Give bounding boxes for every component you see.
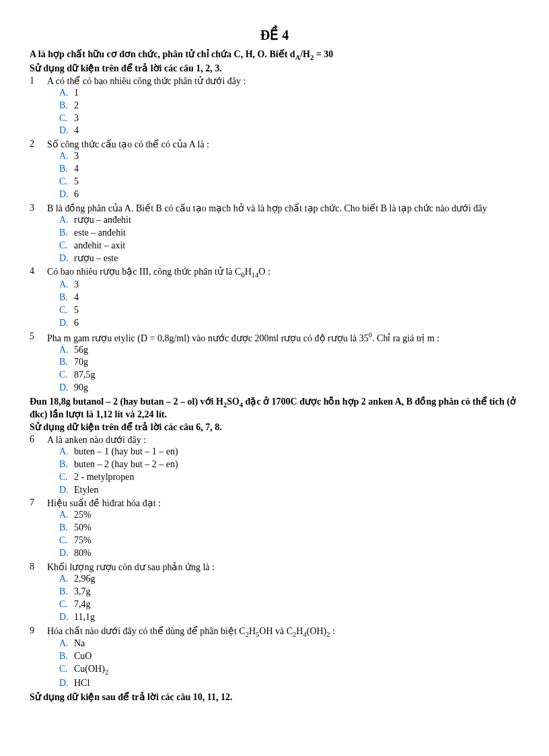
choice-text: 2,96g [74, 573, 519, 586]
choice: C.anđehit – axit [59, 240, 519, 252]
choice-text: 25% [74, 509, 519, 522]
question-number: 4 [30, 266, 47, 279]
instruction-1: Sử dụng dữ kiện trên để trả lời các câu … [30, 63, 519, 74]
choice-text: Na [74, 638, 519, 650]
choice-text: 4 [74, 291, 519, 304]
question-3: 3B là đồng phân của A. Biết B có cấu tạo… [30, 203, 519, 265]
instruction-3: Sử dụng dữ kiện sau để trả lời các câu 1… [30, 691, 519, 703]
choice-text: 50% [74, 522, 519, 535]
question-text: Số công thức cấu tạo có thể có của A là … [47, 139, 519, 150]
choice: A.3 [59, 279, 519, 291]
question-text: B là đồng phân của A. Biết B có cấu tạo … [47, 203, 519, 214]
choice: B.2 [59, 100, 519, 112]
choice-text: 4 [74, 125, 519, 137]
choice-text: rượu – anđehit [74, 214, 519, 227]
choice-label: D. [59, 484, 74, 497]
choice-label: A. [59, 573, 74, 586]
choice: D.4 [59, 125, 519, 137]
choice-label: C. [59, 471, 74, 484]
choice-text: 3,7g [74, 586, 519, 598]
choice-label: C. [59, 598, 74, 611]
choice-label: D. [59, 252, 74, 265]
choice-label: B. [59, 163, 74, 176]
choice-label: A. [59, 150, 74, 163]
choice: B.50% [59, 522, 519, 535]
choice-label: C. [59, 112, 74, 125]
choice-text: 4 [74, 163, 519, 176]
choice-label: B. [59, 522, 74, 535]
choice-label: D. [59, 317, 74, 330]
question-text: Khối lượng rượu còn dư sau phản ứng là : [47, 561, 519, 573]
choice-text: 11,1g [74, 611, 519, 624]
choice-text: 3 [74, 279, 519, 291]
choice-label: B. [59, 100, 74, 112]
choice-text: 87,5g [74, 369, 519, 382]
question-number: 9 [30, 625, 47, 638]
choice-text: 5 [74, 304, 519, 317]
question-text: A có thể có bao nhiêu công thức phân tử … [47, 75, 519, 87]
choice-text: 1 [74, 87, 519, 100]
question-number: 2 [30, 139, 47, 150]
question-text: Hiệu suất đề hiđrat hóa đạt : [47, 497, 519, 509]
choice-text: 70g [74, 356, 519, 369]
choice-label: A. [59, 214, 74, 227]
choice: C.5 [59, 176, 519, 188]
choice: D.rượu – este [59, 252, 519, 265]
choice-label: C. [59, 663, 74, 677]
choice: A.25% [59, 509, 519, 522]
question-1: 1A có thể có bao nhiêu công thức phân tử… [30, 75, 519, 138]
choice: C.7,4g [59, 598, 519, 611]
question-4: 4Có bao nhiêu rượu bậc III, công thức ph… [30, 266, 519, 329]
question-number: 5 [30, 331, 47, 344]
choice-text: buten – 2 (hay but – 2 – en) [74, 458, 519, 471]
question-2: 2Số công thức cấu tạo có thể có của A là… [30, 139, 519, 201]
choice-text: 80% [74, 547, 519, 560]
choice-text: CuO [74, 650, 519, 663]
choice: C.3 [59, 112, 519, 125]
question-text: Có bao nhiêu rượu bậc III, công thức phâ… [47, 266, 519, 279]
intro-text-2: Đun 18,8g butanol – 2 (hay butan – 2 – o… [30, 396, 519, 420]
instruction-2: Sử dụng dữ kiện trên để trả lời các câu … [30, 421, 519, 433]
choice-text: 2 [74, 100, 519, 112]
choice-label: D. [59, 382, 74, 394]
choice: A.Na [59, 638, 519, 650]
choice-label: B. [59, 650, 74, 663]
intro-text-1: A là hợp chất hữu cơ đơn chức, phân tử c… [30, 48, 519, 61]
choice: B.4 [59, 291, 519, 304]
question-8: 8Khối lượng rượu còn dư sau phản ứng là … [30, 561, 519, 624]
choice-text: 56g [74, 344, 519, 357]
choice-text: 3 [74, 112, 519, 125]
choice-text: este – anđehit [74, 227, 519, 240]
choice-text: Etylen [74, 484, 519, 497]
choice-text: HCl [74, 677, 519, 690]
choice-label: D. [59, 611, 74, 624]
choice: C.2 - metylpropen [59, 471, 519, 484]
choice-label: A. [59, 446, 74, 458]
question-number: 3 [30, 203, 47, 214]
choice: C.5 [59, 304, 519, 317]
choice: D.6 [59, 317, 519, 330]
choice: A.1 [59, 87, 519, 100]
choice: C.75% [59, 535, 519, 547]
choice: A.2,96g [59, 573, 519, 586]
choice: A.buten – 1 (hay but – 1 – en) [59, 446, 519, 458]
choice: D.90g [59, 382, 519, 394]
question-number: 1 [30, 75, 47, 87]
choice-label: C. [59, 369, 74, 382]
choice-label: C. [59, 240, 74, 252]
choice-label: D. [59, 547, 74, 560]
choice: D.80% [59, 547, 519, 560]
question-number: 6 [30, 434, 47, 446]
choice: B.70g [59, 356, 519, 369]
question-6: 6A là anken nào dưới đây :A.buten – 1 (h… [30, 434, 519, 497]
choice-label: B. [59, 227, 74, 240]
choice-text: 7,4g [74, 598, 519, 611]
question-9: 9Hóa chất nào dưới đây có thể dùng để ph… [30, 625, 519, 690]
choice: B.CuO [59, 650, 519, 663]
question-text: Hóa chất nào dưới đây có thể dùng để phâ… [47, 625, 519, 638]
choice: C.Cu(OH)2 [59, 663, 519, 677]
choice-label: C. [59, 535, 74, 547]
choice-text: 5 [74, 176, 519, 188]
choice-label: B. [59, 291, 74, 304]
question-number: 7 [30, 497, 47, 509]
